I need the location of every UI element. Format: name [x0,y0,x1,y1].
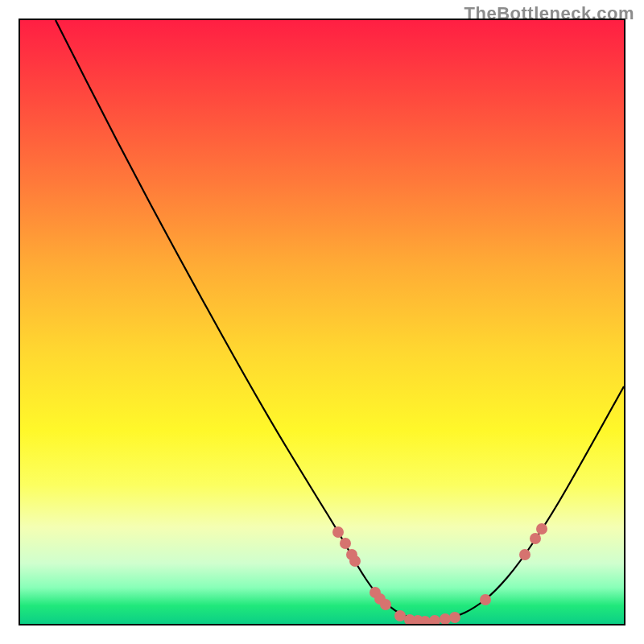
data-point-marker [449,612,460,623]
data-point-marker [519,549,530,560]
data-point-marker [332,526,344,538]
data-point-marker [380,599,391,610]
data-point-marker [480,594,491,605]
data-point-marker [536,523,547,535]
data-point-marker [440,613,451,624]
bottleneck-curve [20,20,624,624]
data-point-marker [340,538,351,549]
data-point-marker [394,610,406,621]
chart-area [19,19,625,625]
data-point-marker [530,533,541,544]
data-point-marker [429,615,440,624]
data-point-marker [349,555,361,567]
